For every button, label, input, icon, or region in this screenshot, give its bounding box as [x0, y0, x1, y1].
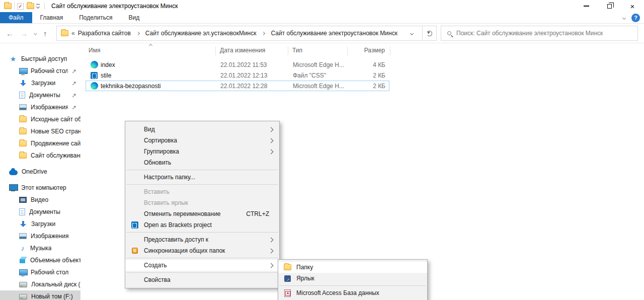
submenu-item-folder[interactable]: Папку: [278, 262, 427, 273]
sync-icon: [132, 248, 138, 254]
refresh-button[interactable]: [422, 26, 436, 40]
menu-item-paste: Вставить: [125, 186, 279, 197]
chevron-down-icon: [36, 5, 40, 9]
sidebar-item-folder[interactable]: Сайт обслуживани: [0, 149, 80, 162]
edge-file-icon: [91, 82, 98, 90]
sidebar-item-folder[interactable]: Исходные сайт обс: [0, 113, 80, 125]
close-button[interactable]: ×: [621, 0, 644, 12]
qat-properties-icon[interactable]: [17, 3, 24, 10]
refresh-icon: [427, 31, 432, 36]
submenu-arrow-icon: [269, 149, 274, 155]
sidebar-item-local-disk-c[interactable]: Локальный диск (C:: [0, 278, 80, 290]
help-icon[interactable]: [631, 14, 640, 22]
cube-icon: [19, 257, 26, 264]
minimize-button[interactable]: [575, 0, 598, 12]
sidebar-item-desktop[interactable]: Рабочий стол: [0, 65, 80, 77]
menu-item-paste-shortcut: Вставить ярлык: [125, 197, 279, 208]
menu-separator: [126, 170, 278, 170]
file-row-index[interactable]: index 22.01.2022 11:53 Microsoft Edge H.…: [86, 59, 389, 70]
menu-item-new[interactable]: Создать: [125, 260, 279, 271]
documents-icon: [19, 92, 25, 99]
back-button[interactable]: ←: [6, 29, 14, 38]
breadcrumb-overflow[interactable]: «: [71, 30, 75, 37]
chevron-down-icon: [410, 31, 414, 35]
file-row-tekhnika-bezopasnosti[interactable]: tekhnika-bezopasnosti 22.01.2022 12:28 M…: [86, 81, 389, 91]
tab-home[interactable]: Главная: [32, 12, 71, 23]
tab-share[interactable]: Поделиться: [71, 12, 120, 23]
column-divider[interactable]: [215, 46, 216, 55]
onedrive-cloud-icon: [9, 170, 18, 175]
restore-icon: [607, 4, 612, 9]
column-header-date[interactable]: Дата изменения: [220, 47, 265, 54]
sidebar-item-pictures[interactable]: Изображения: [0, 230, 80, 242]
menu-item-sort[interactable]: Сортировка: [125, 135, 279, 146]
restore-button[interactable]: [598, 0, 621, 12]
videos-icon: [19, 197, 27, 203]
tab-view[interactable]: Вид: [120, 12, 147, 23]
address-dropdown-button[interactable]: [406, 32, 418, 35]
menu-item-open-as-brackets[interactable]: Open as Brackets project: [125, 219, 279, 231]
menu-item-group[interactable]: Группировка: [125, 146, 279, 157]
qat-new-folder-icon[interactable]: [27, 3, 34, 9]
menu-item-customize-folder[interactable]: Настроить папку...: [125, 172, 279, 183]
sidebar-item-new-volume-f[interactable]: Новый том (F:): [0, 290, 80, 300]
folder-icon: [19, 128, 27, 134]
pictures-icon: [19, 233, 27, 239]
menu-separator: [126, 272, 278, 273]
breadcrumb-segment[interactable]: Разработка сайтов: [78, 30, 131, 37]
file-row-stile[interactable]: stile 22.01.2022 12:13 Файл "CSS" 2 КБ: [86, 70, 389, 81]
sidebar-item-documents[interactable]: Документы: [0, 206, 80, 218]
menu-separator: [126, 184, 278, 185]
submenu-item-shortcut[interactable]: Ярлык: [278, 273, 427, 284]
title-bar: Сайт обслуживание электроустановок Минск…: [0, 0, 644, 12]
chevron-right-icon[interactable]: [136, 31, 140, 35]
menu-item-properties[interactable]: Свойства: [125, 274, 279, 285]
column-header-type[interactable]: Тип: [292, 47, 302, 54]
chevron-right-icon[interactable]: [262, 31, 265, 35]
recent-locations-icon[interactable]: [34, 32, 37, 35]
sidebar-item-music[interactable]: Музыка: [0, 242, 80, 254]
column-header-name[interactable]: Имя: [89, 47, 100, 54]
expand-ribbon-icon[interactable]: [622, 16, 626, 20]
up-button[interactable]: ↑: [43, 29, 47, 38]
address-bar[interactable]: « Разработка сайтов Сайт обслуживание эл…: [56, 26, 437, 41]
brackets-file-icon: [91, 72, 98, 79]
submenu-item-access-database[interactable]: Microsoft Access База данных: [278, 287, 427, 298]
sidebar-item-desktop[interactable]: Рабочий стол: [0, 266, 80, 278]
breadcrumb-segment[interactable]: Сайт обслуживание эл.установокМинск: [145, 30, 257, 37]
qat-customize-button[interactable]: [36, 4, 40, 9]
sidebar-item-downloads[interactable]: Загрузки: [0, 218, 80, 230]
sidebar-item-documents[interactable]: Документы: [0, 89, 80, 101]
sidebar-item-folder[interactable]: Продвижение сайт: [0, 137, 80, 149]
shortcut-label: CTRL+Z: [246, 210, 269, 217]
music-icon: [19, 245, 26, 252]
column-divider[interactable]: [347, 46, 348, 55]
new-submenu: Папку Ярлык Microsoft Access База данных: [278, 259, 428, 300]
forward-button[interactable]: →: [20, 29, 28, 38]
submenu-arrow-icon: [269, 263, 274, 268]
search-box[interactable]: Поиск: Сайт обслуживание электроустаново…: [441, 26, 638, 41]
column-divider[interactable]: [390, 46, 390, 55]
column-divider[interactable]: [288, 46, 288, 55]
menu-item-sync-shared-folders[interactable]: Синхронизация общих папок: [125, 245, 279, 256]
shortcut-icon: [284, 275, 291, 282]
sidebar-item-quick-access[interactable]: Быстрый доступ: [0, 53, 80, 65]
sidebar-item-this-pc[interactable]: Этот компьютер: [0, 182, 80, 194]
tab-file[interactable]: Файл: [0, 12, 32, 23]
sidebar-item-folder[interactable]: Новые SEO страни: [0, 125, 80, 137]
sidebar-item-3d-objects[interactable]: Объемные объекты: [0, 254, 80, 266]
sidebar-item-onedrive[interactable]: OneDrive: [0, 166, 80, 178]
menu-item-undo-rename[interactable]: Отменить переименованиеCTRL+Z: [125, 208, 279, 219]
column-header-size[interactable]: Размер: [352, 47, 385, 54]
menu-item-give-access[interactable]: Предоставить доступ к: [125, 234, 279, 245]
menu-item-refresh[interactable]: Обновить: [125, 157, 279, 168]
sidebar-item-pictures[interactable]: Изображения: [0, 101, 80, 113]
breadcrumb-segment[interactable]: Сайт обслуживание электроустановок Минск: [271, 30, 397, 37]
access-icon: [284, 289, 291, 297]
search-icon: [447, 31, 451, 35]
sidebar-item-downloads[interactable]: Загрузки: [0, 77, 80, 89]
sidebar-item-videos[interactable]: Видео: [0, 194, 80, 206]
menu-item-view[interactable]: Вид: [125, 124, 279, 135]
submenu-arrow-icon: [269, 238, 274, 243]
submenu-arrow-icon: [269, 127, 274, 132]
